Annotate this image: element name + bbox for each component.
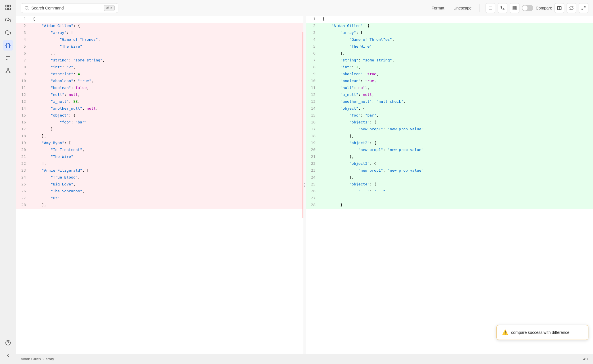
line-number: 18 — [16, 133, 30, 140]
right-code-table: 1{2 "Aidan Gillen": {3 "array": [4 "Game… — [306, 16, 593, 209]
toolbar: Search Command ⌘ K Format Unescape — [16, 0, 593, 16]
line-number: 14 — [16, 106, 30, 113]
line-content: "The Sopranos", — [30, 188, 303, 195]
line-number: 6 — [16, 51, 30, 57]
line-content: "otherint": 4, — [30, 71, 303, 78]
line-number: 25 — [16, 181, 30, 188]
line-number: 27 — [306, 195, 320, 202]
line-number: 7 — [306, 57, 320, 64]
line-content: "Game of Thron\"es", — [320, 37, 593, 44]
split-view-icon-btn[interactable] — [555, 3, 564, 13]
line-content: "foo": "bar" — [30, 119, 303, 126]
branch-icon-btn[interactable] — [498, 3, 507, 13]
line-content: } — [30, 126, 303, 133]
line-content: "Big Love", — [30, 181, 303, 188]
compare-toggle[interactable] — [522, 5, 533, 11]
line-content: ], — [30, 202, 303, 209]
line-number: 24 — [306, 175, 320, 181]
line-content: "null": null, — [30, 92, 303, 99]
breadcrumb: Aidan Gillen › array — [21, 357, 54, 361]
line-content: }, — [320, 154, 593, 161]
search-shortcut: ⌘ K — [104, 5, 115, 11]
table-icon-btn[interactable] — [510, 3, 519, 13]
pane-resizer[interactable] — [303, 16, 306, 354]
toast-notification: ⚠️ compare success with difference — [496, 325, 588, 340]
sidebar-icon-collapse[interactable] — [3, 350, 13, 361]
line-content: "array": [ — [320, 30, 593, 37]
line-number: 1 — [16, 16, 30, 23]
line-number: 17 — [306, 126, 320, 133]
line-number: 26 — [16, 188, 30, 195]
search-bar[interactable]: Search Command ⌘ K — [21, 3, 118, 13]
line-content — [320, 195, 593, 202]
sidebar-icon-braces[interactable]: {} — [3, 40, 13, 51]
svg-point-21 — [503, 9, 504, 10]
sidebar-icon-download[interactable] — [3, 28, 13, 38]
svg-line-17 — [28, 9, 28, 10]
line-content: ], — [320, 51, 593, 57]
line-content: "The Wire" — [30, 154, 303, 161]
breadcrumb-chevron: › — [43, 357, 44, 361]
svg-point-10 — [6, 72, 7, 73]
line-content: }, — [30, 133, 303, 140]
line-number: 11 — [306, 85, 320, 92]
line-content: "boolean": false, — [30, 85, 303, 92]
line-content: "string": "some string", — [30, 57, 303, 64]
line-number: 15 — [306, 113, 320, 119]
unescape-button[interactable]: Unescape — [451, 5, 474, 11]
line-number: 13 — [16, 99, 30, 106]
svg-line-31 — [582, 8, 583, 10]
line-number: 12 — [306, 92, 320, 99]
line-number: 19 — [306, 140, 320, 147]
line-content: "array": [ — [30, 30, 303, 37]
line-content: "Aidan Gillen": { — [320, 23, 593, 30]
line-number: 15 — [16, 113, 30, 119]
breadcrumb-item2: array — [45, 357, 54, 361]
line-number: 2 — [306, 23, 320, 30]
right-pane-wrapper: 1{2 "Aidan Gillen": {3 "array": [4 "Game… — [306, 16, 593, 354]
fullscreen-icon-btn[interactable] — [579, 3, 588, 13]
line-content: "aboolean": "true", — [30, 78, 303, 85]
svg-line-12 — [6, 69, 8, 72]
line-content: "new prop1": "new prop value" — [320, 147, 593, 154]
line-content: "object1": { — [320, 119, 593, 126]
line-number: 22 — [16, 161, 30, 168]
line-number: 20 — [306, 147, 320, 154]
line-number: 25 — [306, 181, 320, 188]
line-number: 1 — [306, 16, 320, 23]
line-number: 10 — [306, 78, 320, 85]
line-content: ], — [30, 161, 303, 168]
swap-icon-btn[interactable] — [567, 3, 576, 13]
line-number: 21 — [306, 154, 320, 161]
svg-line-30 — [584, 6, 585, 8]
line-number: 3 — [16, 30, 30, 37]
line-content: "Amy Ryan": [ — [30, 140, 303, 147]
line-content: "Aidan Gillen": { — [30, 23, 303, 30]
search-input-label: Search Command — [31, 6, 102, 10]
line-content: "string": "some string", — [320, 57, 593, 64]
line-number: 21 — [16, 154, 30, 161]
sidebar-icon-network[interactable] — [3, 65, 13, 76]
left-code-scroll[interactable]: 1{2 "Aidan Gillen": {3 "array": [4 "Game… — [16, 16, 303, 354]
sidebar-icon-help[interactable] — [3, 338, 13, 348]
line-number: 3 — [306, 30, 320, 37]
svg-point-11 — [9, 72, 10, 73]
search-icon — [24, 6, 29, 10]
breadcrumb-item1: Aidan Gillen — [21, 357, 41, 361]
svg-rect-2 — [5, 8, 7, 10]
line-number: 4 — [306, 37, 320, 44]
right-code-scroll[interactable]: 1{2 "Aidan Gillen": {3 "array": [4 "Game… — [306, 16, 593, 354]
line-number: 10 — [16, 78, 30, 85]
line-content: "Game of Thrones", — [30, 37, 303, 44]
sidebar-bottom — [3, 338, 13, 364]
format-button[interactable]: Format — [429, 5, 446, 11]
sidebar: {} — [0, 0, 16, 364]
sidebar-icon-file[interactable] — [3, 2, 13, 13]
svg-point-22 — [501, 6, 502, 7]
line-number: 23 — [306, 168, 320, 175]
line-number: 28 — [306, 202, 320, 209]
menu-icon-btn[interactable] — [486, 3, 495, 13]
sidebar-icon-upload[interactable] — [3, 15, 13, 25]
sidebar-icon-sort[interactable] — [3, 53, 13, 63]
table-icon — [512, 6, 517, 10]
